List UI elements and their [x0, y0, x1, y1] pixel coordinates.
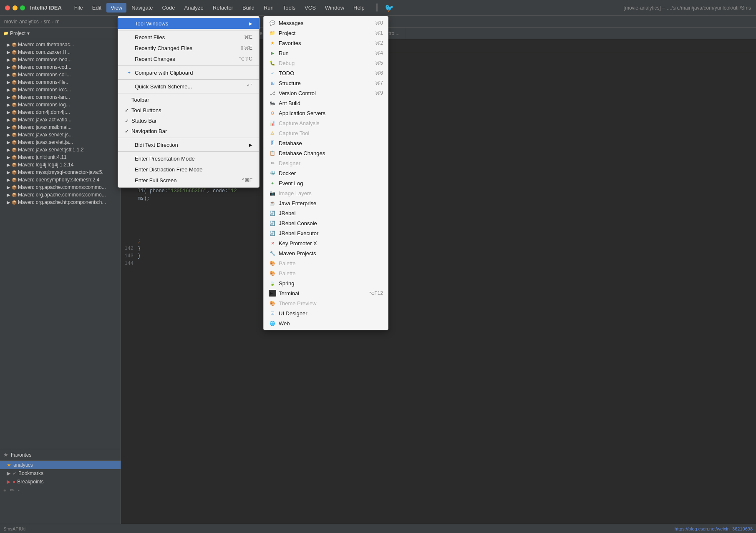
submenu-database-changes[interactable]: 📋 Database Changes	[264, 148, 388, 158]
submenu-jrebel[interactable]: 🔄 JRebel	[264, 208, 388, 218]
favorites-item-bookmarks[interactable]: ▶ ✓ Bookmarks	[0, 469, 121, 478]
submenu-capture-analysis[interactable]: 📊 Capture Analysis	[264, 118, 388, 128]
menu-recently-changed[interactable]: Recently Changed Files ⇧⌘E	[118, 43, 259, 53]
tree-item[interactable]: ▶📦Maven: commons-lan...	[0, 93, 121, 101]
tool-windows-submenu[interactable]: 💬 Messages ⌘0 📁 Project ⌘1 ★ Favorites ⌘…	[263, 16, 388, 330]
menu-item-refactor[interactable]: Refactor	[209, 3, 237, 13]
submenu-jrebel-executor[interactable]: 🔄 JRebel Executor	[264, 228, 388, 238]
sidebar-header: 📁 Project ▾	[0, 28, 121, 39]
tree-item[interactable]: ▶📦Maven: mysql:mysql-connector-java:5.	[0, 168, 121, 176]
breadcrumb-src[interactable]: src	[44, 19, 50, 25]
menu-tool-buttons[interactable]: ✓ Tool Buttons	[118, 105, 259, 116]
submenu-web[interactable]: 🌐 Web	[264, 318, 388, 328]
tree-item[interactable]: ▶📦Maven: commons-io:c...	[0, 86, 121, 93]
submenu-app-servers[interactable]: ⚙ Application Servers	[264, 108, 388, 118]
tree-item[interactable]: ▶📦Maven: javax.servlet.ja...	[0, 138, 121, 146]
tree-item[interactable]: ▶📦Maven: org.apache.commons:commo...	[0, 184, 121, 191]
submenu-database[interactable]: 🗄 Database	[264, 138, 388, 148]
menu-item-file[interactable]: File	[70, 3, 87, 13]
menu-navigation-bar[interactable]: ✓ Navigation Bar	[118, 126, 259, 136]
submenu-vcs[interactable]: ⎇ Version Control ⌘9	[264, 88, 388, 98]
tree-item[interactable]: ▶📦Maven: org.apache.commons:commo...	[0, 191, 121, 199]
remove-favorite-button[interactable]: -	[18, 487, 20, 493]
minimize-button[interactable]	[13, 5, 18, 10]
menu-toolbar[interactable]: Toolbar	[118, 95, 259, 105]
status-link[interactable]: https://blog.csdn.net/weixin_36210698	[675, 526, 753, 531]
submenu-messages[interactable]: 💬 Messages ⌘0	[264, 18, 388, 28]
menu-bidi-text[interactable]: Bidi Text Direction ▶	[118, 139, 259, 150]
favorites-item-analytics[interactable]: ★ analytics	[0, 461, 121, 469]
tree-item[interactable]: ▶📦Maven: org.apache.httpcomponents:h...	[0, 199, 121, 206]
tree-item[interactable]: ▶📦Maven: commons-log...	[0, 101, 121, 108]
breadcrumb-m[interactable]: m	[55, 19, 60, 25]
submenu-capture-tool[interactable]: ⚠ Capture Tool	[264, 128, 388, 138]
submenu-maven-projects[interactable]: 🔧 Maven Projects	[264, 248, 388, 258]
menu-item-navigate[interactable]: Navigate	[127, 3, 157, 13]
menu-recent-files[interactable]: Recent Files ⌘E	[118, 32, 259, 43]
menu-item-vcs[interactable]: VCS	[300, 3, 320, 13]
menu-recent-changes[interactable]: Recent Changes ⌥⇧C	[118, 53, 259, 64]
menu-item-window[interactable]: Window	[321, 3, 348, 13]
submenu-structure[interactable]: ⊞ Structure ⌘7	[264, 78, 388, 88]
submenu-terminal[interactable]: ▶_ Terminal ⌥F12	[264, 288, 388, 298]
breadcrumb-project[interactable]: movie-analytics	[4, 19, 39, 25]
tree-item[interactable]: ▶📦Maven: commons-coll...	[0, 71, 121, 78]
submenu-ant-build[interactable]: 🐜 Ant Build	[264, 98, 388, 108]
tree-item[interactable]: ▶📦Maven: commons-cod...	[0, 63, 121, 71]
menu-presentation-mode[interactable]: Enter Presentation Mode	[118, 153, 259, 164]
menu-item-tools[interactable]: Tools	[279, 3, 300, 13]
tree-item[interactable]: ▶📦Maven: com.zaxxer:H...	[0, 48, 121, 56]
menu-tool-windows[interactable]: Tool Windows ▶	[118, 18, 259, 29]
submenu-jrebel-console[interactable]: 🔄 JRebel Console	[264, 218, 388, 228]
tree-item[interactable]: ▶📦Maven: commons-bea...	[0, 56, 121, 63]
submenu-debug[interactable]: 🐛 Debug ⌘5	[264, 58, 388, 68]
submenu-palette-1[interactable]: 🎨 Palette	[264, 258, 388, 268]
submenu-image-layers[interactable]: 📷 Image Layers	[264, 188, 388, 198]
favorites-item-breakpoints[interactable]: ▶ ● Breakpoints	[0, 478, 121, 486]
edit-favorite-button[interactable]: ✏	[10, 487, 15, 493]
submenu-run[interactable]: ▶ Run ⌘4	[264, 48, 388, 58]
tree-item[interactable]: ▶📦Maven: dom4j:dom4j:...	[0, 108, 121, 116]
tree-item[interactable]: ▶📦Maven: log4j:log4j:1.2.14	[0, 161, 121, 168]
menu-item-edit[interactable]: Edit	[88, 3, 106, 13]
submenu-spring[interactable]: 🍃 Spring	[264, 278, 388, 288]
submenu-favorites[interactable]: ★ Favorites ⌘2	[264, 38, 388, 48]
tree-item[interactable]: ▶📦Maven: javax.servlet.js...	[0, 131, 121, 138]
semicolon: ;	[138, 237, 141, 245]
menu-compare-clipboard[interactable]: ✦ Compare with Clipboard	[118, 67, 259, 78]
tree-item[interactable]: ▶📦Maven: javax.servlet:jstl:1.1.2	[0, 146, 121, 153]
submenu-ui-designer[interactable]: ☑ UI Designer	[264, 308, 388, 318]
tree-item[interactable]: ▶📦Maven: javax.activatio...	[0, 116, 121, 123]
submenu-key-promoter[interactable]: ✕ Key Promoter X	[264, 238, 388, 248]
menu-status-bar[interactable]: ✓ Status Bar	[118, 116, 259, 126]
tree-item[interactable]: ▶📦Maven: opensymphony:sitemesh:2.4	[0, 176, 121, 184]
tree-item[interactable]: ▶📦Maven: junit:junit:4.11	[0, 153, 121, 161]
menu-full-screen[interactable]: Enter Full Screen ^⌘F	[118, 175, 259, 186]
close-button[interactable]	[5, 5, 10, 10]
view-dropdown[interactable]: Tool Windows ▶ Recent Files ⌘E Recently …	[118, 16, 260, 188]
menu-item-help[interactable]: Help	[349, 3, 369, 13]
add-favorite-button[interactable]: +	[3, 487, 7, 493]
submenu-java-enterprise[interactable]: ☕ Java Enterprise	[264, 198, 388, 208]
menu-item-analyze[interactable]: Analyze	[180, 3, 208, 13]
submenu-designer[interactable]: ✏ Designer	[264, 158, 388, 168]
submenu-project[interactable]: 📁 Project ⌘1	[264, 28, 388, 38]
menu-quick-switch[interactable]: Quick Switch Scheme... ^ `	[118, 81, 259, 92]
submenu-docker[interactable]: 🐳 Docker	[264, 168, 388, 178]
maximize-button[interactable]	[20, 5, 25, 10]
menu-distraction-free[interactable]: Enter Distraction Free Mode	[118, 164, 259, 175]
tree-item[interactable]: ▶📦Maven: com.thetransac...	[0, 41, 121, 48]
sidebar-content[interactable]: ▶📦Maven: com.thetransac... ▶📦Maven: com.…	[0, 39, 121, 449]
tree-item[interactable]: ▶📦Maven: javax.mail:mai...	[0, 123, 121, 131]
menu-item-code[interactable]: Code	[158, 3, 179, 13]
menu-item-build[interactable]: Build	[238, 3, 259, 13]
menu-item-view[interactable]: View	[106, 3, 126, 13]
tree-item[interactable]: ▶📦Maven: commons-file...	[0, 78, 121, 86]
submenu-event-log[interactable]: ● Event Log	[264, 178, 388, 188]
submenu-theme-preview[interactable]: 🎨 Theme Preview	[264, 298, 388, 308]
submenu-palette-2[interactable]: 🎨 Palette	[264, 268, 388, 278]
menu-item-run[interactable]: Run	[260, 3, 278, 13]
string-12: "12	[228, 187, 237, 195]
submenu-todo[interactable]: ✓ TODO ⌘6	[264, 68, 388, 78]
separator	[118, 30, 259, 30]
